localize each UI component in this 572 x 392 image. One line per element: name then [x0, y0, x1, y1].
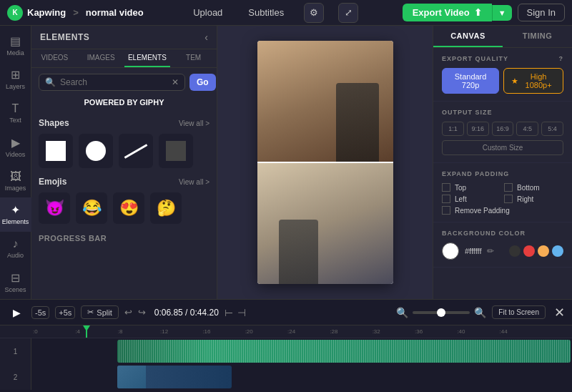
fit-screen-button[interactable]: Fit to Screen [492, 305, 546, 319]
track-clip-main[interactable] [117, 340, 571, 363]
canvas-image-top [257, 41, 393, 162]
swatch-red[interactable] [523, 245, 535, 257]
undo-button[interactable]: ↩ [124, 307, 132, 318]
timeline-area: :0 :4 :8 :12 :16 :20 :24 :28 :32 :36 :40… [0, 325, 572, 392]
scenes-icon: ⊟ [11, 271, 20, 285]
padding-grid: Top Bottom Left Right [442, 183, 563, 203]
tab-timing[interactable]: TIMING [503, 26, 572, 47]
remove-padding-row[interactable]: Remove Padding [442, 206, 563, 215]
search-clear-button[interactable]: ✕ [172, 77, 179, 87]
upload-button[interactable]: Upload [187, 4, 228, 21]
icon-sidebar: ▤ Media ⊞ Layers T Text ▶ Videos 🖼 Image… [0, 26, 31, 299]
mark-20: :20 [244, 328, 286, 335]
tab-elements[interactable]: ELEMENTS [124, 49, 171, 67]
sidebar-item-text[interactable]: T Text [0, 97, 31, 130]
align-center-icon[interactable]: ⊣ [237, 307, 246, 318]
standard-quality-button[interactable]: Standard 720p [442, 68, 499, 94]
play-button[interactable]: ▶ [7, 303, 26, 322]
emojis-view-all[interactable]: View all > [179, 178, 209, 186]
shape-square[interactable] [39, 134, 73, 168]
track-content-1[interactable] [31, 338, 572, 364]
emoji-think[interactable]: 🤔 [150, 192, 182, 224]
swatch-dark[interactable] [509, 245, 521, 257]
size-1-1[interactable]: 1:1 [442, 122, 464, 136]
sidebar-item-media[interactable]: ▤ Media [0, 29, 31, 62]
playhead[interactable] [86, 325, 87, 338]
size-4-5[interactable]: 4:5 [516, 122, 538, 136]
settings-icon[interactable]: ⚙ [304, 3, 324, 23]
split-icon: ✂ [87, 308, 94, 317]
color-hex: #ffffff [465, 247, 481, 255]
mark-12: :12 [159, 328, 201, 335]
export-dropdown-button[interactable]: ▼ [492, 5, 512, 21]
custom-size-button[interactable]: Custom Size [442, 140, 563, 155]
go-button[interactable]: Go [189, 74, 216, 91]
align-left-icon[interactable]: ⊢ [225, 307, 233, 318]
sidebar-item-videos[interactable]: ▶ Videos [0, 130, 31, 164]
padding-bottom-checkbox[interactable] [504, 183, 513, 192]
zoom-out-icon[interactable]: 🔍 [396, 307, 408, 318]
mark-32: :32 [371, 328, 413, 335]
app-logo[interactable]: K Kapwing > normal video [7, 5, 144, 21]
split-button[interactable]: ✂ Split [81, 305, 118, 319]
track-content-2[interactable] [31, 364, 572, 390]
close-timeline-button[interactable]: ✕ [554, 305, 565, 320]
skip-back-button[interactable]: -5s [31, 306, 49, 319]
color-preview[interactable] [442, 242, 459, 260]
redo-button[interactable]: ↪ [138, 307, 146, 318]
timeline-ruler: :0 :4 :8 :12 :16 :20 :24 :28 :32 :36 :40… [0, 325, 572, 338]
padding-top-checkbox[interactable] [442, 183, 450, 192]
remove-padding-checkbox[interactable] [442, 206, 450, 215]
emojis-row: 😈 😂 😍 🤔 [39, 192, 209, 224]
emojis-section-header: Emojis View all > [39, 177, 209, 187]
tab-templates[interactable]: TEM [170, 49, 217, 67]
panel-close-button[interactable]: ‹ [204, 31, 208, 43]
subtitles-button[interactable]: Subtitles [242, 4, 290, 21]
swatch-blue[interactable] [552, 245, 563, 257]
images-icon: 🖼 [10, 170, 21, 183]
search-row: 🔍 ✕ Go [31, 68, 217, 97]
skip-fwd-button[interactable]: +5s [55, 306, 75, 319]
export-button[interactable]: Export Video ⬆ [403, 4, 492, 21]
zoom-in-icon[interactable]: 🔍 [474, 307, 486, 318]
sidebar-item-layers[interactable]: ⊞ Layers [0, 62, 31, 96]
emojis-title: Emojis [39, 177, 66, 187]
high-quality-button[interactable]: ★ High 1080p+ [503, 68, 563, 94]
shape-line[interactable] [119, 134, 153, 168]
giphy-logo: GIPHY [139, 98, 164, 107]
shapes-view-all[interactable]: View all > [179, 119, 209, 127]
tab-images[interactable]: IMAGES [78, 49, 124, 67]
emoji-laugh[interactable]: 😂 [76, 192, 107, 224]
padding-left-checkbox[interactable] [442, 195, 450, 203]
help-icon[interactable]: ? [559, 55, 564, 62]
sidebar-item-audio[interactable]: ♪ Audio [0, 232, 31, 265]
bottom-area: ▶ -5s +5s ✂ Split ↩ ↪ 0:06.85 / 0:44.20 … [0, 299, 572, 392]
tab-videos[interactable]: VIDEOS [31, 49, 78, 67]
signin-button[interactable]: Sign In [518, 4, 565, 21]
sidebar-item-elements[interactable]: ✦ Elements [0, 197, 31, 231]
emoji-love[interactable]: 😍 [113, 192, 144, 224]
track-clip-sub[interactable] [117, 366, 232, 388]
emoji-devil[interactable]: 😈 [39, 192, 70, 224]
panel-content: Shapes View all > Emojis View all > 😈 😂 … [31, 109, 217, 299]
swatch-orange[interactable] [538, 245, 549, 257]
padding-right-checkbox[interactable] [504, 195, 513, 203]
search-input[interactable] [60, 77, 167, 87]
sidebar-item-images[interactable]: 🖼 Images [0, 164, 31, 197]
size-16-9[interactable]: 16:9 [492, 122, 514, 136]
star-icon: ★ [511, 77, 518, 86]
zoom-slider[interactable] [413, 311, 470, 314]
sidebar-label-audio: Audio [7, 252, 24, 259]
size-5-4[interactable]: 5:4 [541, 122, 563, 136]
tab-canvas[interactable]: CANVAS [433, 26, 503, 47]
shape-circle[interactable] [79, 134, 113, 168]
size-9-16[interactable]: 9:16 [467, 122, 489, 136]
elements-icon: ✦ [11, 203, 20, 217]
share-icon[interactable]: ⤢ [338, 3, 358, 23]
color-picker-icon[interactable]: ✏ [487, 246, 494, 256]
shape-dark[interactable] [159, 134, 193, 168]
sidebar-label-images: Images [5, 185, 26, 192]
shapes-row [39, 134, 209, 168]
sidebar-item-scenes[interactable]: ⊟ Scenes [0, 265, 31, 299]
sidebar-label-elements: Elements [2, 218, 29, 225]
